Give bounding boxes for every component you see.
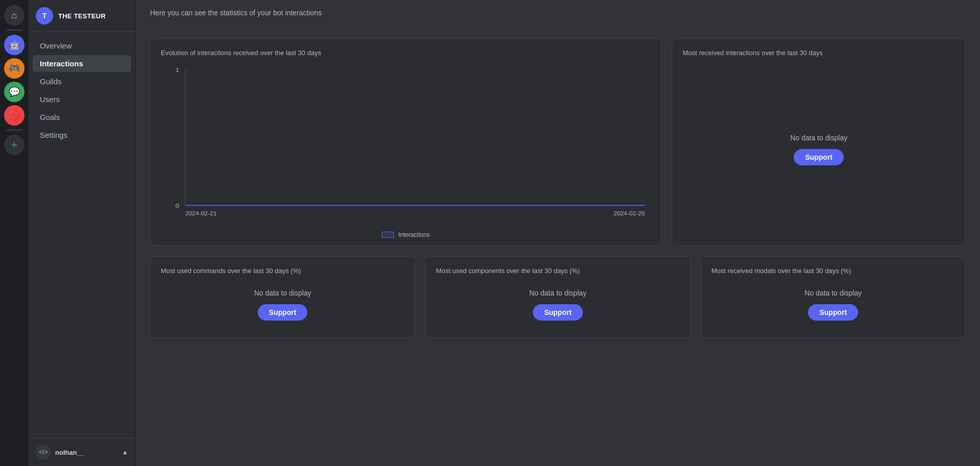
commands-no-data-text: No data to display [254,289,311,297]
commands-support-button[interactable]: Support [258,304,308,321]
bottom-row: Most used commands over the last 30 days… [150,256,966,338]
main-header: Here you can see the statistics of your … [136,0,980,26]
sidebar: T THE TESTEUR Overview Interactions Guil… [29,0,136,466]
modals-card-title: Most received modals over the last 30 da… [712,267,851,275]
content-area: Evolution of interactions received over … [136,26,980,350]
chart-area: 1 0 2024-02-21 2024-02-25 [161,64,651,227]
most-received-card: Most received interactions over the last… [672,38,966,246]
add-bot-icon[interactable]: + [4,135,24,155]
top-row: Evolution of interactions received over … [150,38,966,246]
legend-box [382,232,394,238]
most-received-no-data-area: No data to display Support [682,64,955,235]
chart-svg: 1 0 2024-02-21 2024-02-25 [161,64,651,227]
header-description: Here you can see the statistics of your … [150,9,322,17]
bot4-icon[interactable]: 🚫 [4,105,24,126]
rail-divider [6,30,22,31]
bot-avatar: T [36,7,53,24]
sidebar-item-overview[interactable]: Overview [33,37,131,54]
commands-no-data-area: No data to display Support [161,282,404,327]
bot1-icon[interactable]: 🤖 [4,35,24,55]
most-received-title: Most received interactions over the last… [682,49,823,57]
svg-text:2024-02-25: 2024-02-25 [614,210,645,216]
main-content: Here you can see the statistics of your … [136,0,980,466]
sidebar-item-users[interactable]: Users [33,91,131,108]
bot-name: THE TESTEUR [58,12,106,20]
svg-text:1: 1 [176,67,179,73]
commands-card-title: Most used commands over the last 30 days… [161,267,301,275]
sidebar-item-goals[interactable]: Goals [33,109,131,126]
components-card: Most used components over the last 30 da… [425,256,690,338]
icon-rail: ⌂ 🤖 🎮 💬 🚫 + [0,0,29,466]
modals-card: Most received modals over the last 30 da… [701,256,966,338]
evolution-chart-card: Evolution of interactions received over … [150,38,662,246]
footer-username: nolhan__ [55,449,84,456]
chart-legend: Interactions [161,231,651,238]
commands-card: Most used commands over the last 30 days… [150,256,415,338]
footer-user-icon: </> [36,445,51,460]
components-card-title: Most used components over the last 30 da… [436,267,580,275]
components-support-button[interactable]: Support [533,304,583,321]
sidebar-header: T THE TESTEUR [29,0,135,32]
chart-card-title: Evolution of interactions received over … [161,49,651,57]
rail-divider-2 [6,130,22,131]
bot2-icon[interactable]: 🎮 [4,58,24,79]
modals-support-button[interactable]: Support [808,304,858,321]
most-received-no-data-text: No data to display [790,134,847,142]
sidebar-item-interactions[interactable]: Interactions [33,55,131,72]
components-no-data-text: No data to display [529,289,586,297]
modals-no-data-area: No data to display Support [712,282,955,327]
sidebar-nav: Overview Interactions Guilds Users Goals… [29,32,135,438]
svg-text:2024-02-21: 2024-02-21 [185,210,216,216]
components-no-data-area: No data to display Support [436,282,679,327]
sidebar-footer: </> nolhan__ ▲ [29,438,135,466]
sidebar-item-settings[interactable]: Settings [33,127,131,143]
bot3-icon[interactable]: 💬 [4,82,24,102]
most-received-support-button[interactable]: Support [794,149,844,165]
svg-text:0: 0 [176,202,179,209]
modals-no-data-text: No data to display [804,289,862,297]
home-nav-icon[interactable]: ⌂ [4,5,24,26]
chevron-up-icon: ▲ [122,449,128,456]
sidebar-item-guilds[interactable]: Guilds [33,73,131,90]
legend-label: Interactions [398,231,430,238]
